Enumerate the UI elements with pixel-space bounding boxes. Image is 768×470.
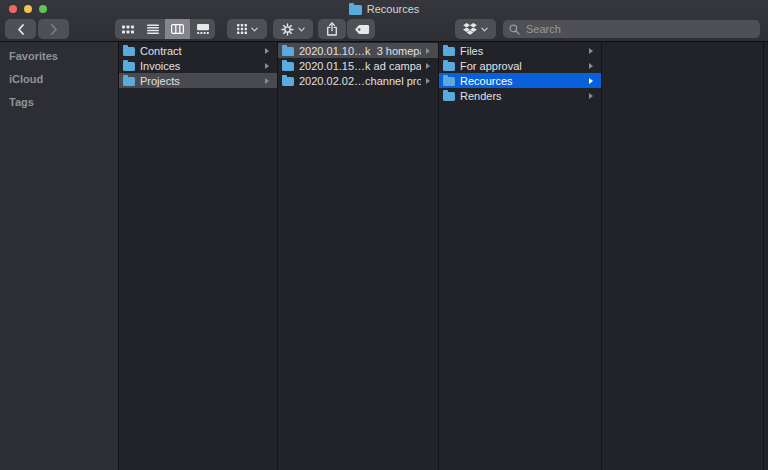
column-4-empty <box>602 42 764 470</box>
share-icon <box>326 22 338 36</box>
item-label: 2020.01.10…k 3 homepage <box>299 45 421 57</box>
view-icons-button[interactable] <box>115 19 140 39</box>
titlebar: Recources <box>0 0 768 42</box>
sidebar-section-tags: Tags <box>0 97 118 108</box>
tag-icon <box>353 24 370 35</box>
item-label: 2020.01.15…k ad campaign <box>299 60 421 72</box>
column-edge-strip <box>764 42 768 470</box>
chevron-down-icon <box>481 27 488 32</box>
view-gallery-button[interactable] <box>190 19 215 39</box>
disclosure-arrow-icon <box>426 48 434 54</box>
dropbox-icon <box>463 23 477 35</box>
item-label: Invoices <box>140 60 260 72</box>
minimize-button[interactable] <box>24 5 32 13</box>
sidebar-section-favorites: Favorites <box>0 51 118 62</box>
disclosure-arrow-icon <box>589 78 597 84</box>
disclosure-arrow-icon <box>589 63 597 69</box>
search-field[interactable] <box>503 20 760 38</box>
dropbox-button[interactable] <box>455 19 496 39</box>
finder-item-2020-01-10[interactable]: 2020.01.10…k 3 homepage <box>278 43 438 58</box>
sidebar: Favorites iCloud Tags <box>0 42 119 470</box>
folder-icon <box>443 77 455 86</box>
column-view-icon <box>171 24 184 34</box>
disclosure-arrow-icon <box>589 93 597 99</box>
chevron-down-icon <box>251 27 258 32</box>
column-browser: Contract Invoices Projects 2020.01.10…k … <box>119 42 768 470</box>
item-label: Projects <box>140 75 260 87</box>
view-switcher <box>115 19 215 39</box>
column-1: Contract Invoices Projects <box>119 42 278 470</box>
folder-icon <box>282 47 294 56</box>
item-label: Recources <box>460 75 584 87</box>
folder-icon <box>443 92 455 101</box>
group-button[interactable] <box>227 19 267 39</box>
item-label: 2020.02.02…channel promo <box>299 75 421 87</box>
finder-item-2020-02-02[interactable]: 2020.02.02…channel promo <box>278 73 438 88</box>
finder-item-files[interactable]: Files <box>439 43 601 58</box>
finder-item-invoices[interactable]: Invoices <box>119 58 277 73</box>
tags-button[interactable] <box>347 19 375 39</box>
item-label: Files <box>460 45 584 57</box>
window-title: Recources <box>367 3 420 15</box>
finder-item-for-approval[interactable]: For approval <box>439 58 601 73</box>
gear-icon <box>281 23 294 36</box>
zoom-button[interactable] <box>39 5 47 13</box>
gallery-view-icon <box>197 24 209 34</box>
search-icon <box>509 24 520 35</box>
folder-icon <box>282 62 294 71</box>
disclosure-arrow-icon <box>265 63 273 69</box>
disclosure-arrow-icon <box>265 78 273 84</box>
chevron-left-icon <box>17 24 25 35</box>
traffic-lights <box>9 5 47 13</box>
finder-item-2020-01-15[interactable]: 2020.01.15…k ad campaign <box>278 58 438 73</box>
folder-icon <box>443 62 455 71</box>
item-label: For approval <box>460 60 584 72</box>
item-label: Renders <box>460 90 584 102</box>
group-grid-icon <box>237 24 247 34</box>
search-input[interactable] <box>524 22 760 36</box>
finder-item-renders[interactable]: Renders <box>439 88 601 103</box>
disclosure-arrow-icon <box>589 48 597 54</box>
chevron-right-icon <box>50 24 58 35</box>
view-list-button[interactable] <box>140 19 165 39</box>
finder-item-projects[interactable]: Projects <box>119 73 277 88</box>
action-button[interactable] <box>273 19 313 39</box>
disclosure-arrow-icon <box>426 78 434 84</box>
folder-icon <box>123 62 135 71</box>
view-columns-button[interactable] <box>165 19 190 39</box>
column-2: 2020.01.10…k 3 homepage 2020.01.15…k ad … <box>278 42 439 470</box>
folder-icon <box>282 77 294 86</box>
close-button[interactable] <box>9 5 17 13</box>
disclosure-arrow-icon <box>426 63 434 69</box>
folder-icon <box>349 5 362 15</box>
column-3: Files For approval Recources Renders <box>439 42 602 470</box>
folder-icon <box>123 47 135 56</box>
toolbar <box>0 19 768 39</box>
back-button[interactable] <box>5 19 36 39</box>
item-label: Contract <box>140 45 260 57</box>
icon-view-icon <box>122 25 134 34</box>
finder-window: Recources <box>0 0 768 470</box>
chevron-down-icon <box>298 27 305 32</box>
list-view-icon <box>147 24 159 34</box>
share-button[interactable] <box>318 19 346 39</box>
disclosure-arrow-icon <box>265 48 273 54</box>
sidebar-section-icloud: iCloud <box>0 74 118 85</box>
finder-item-contract[interactable]: Contract <box>119 43 277 58</box>
forward-button[interactable] <box>38 19 69 39</box>
finder-item-recources[interactable]: Recources <box>439 73 601 88</box>
window-title-area: Recources <box>120 2 648 16</box>
folder-icon <box>123 77 135 86</box>
folder-icon <box>443 47 455 56</box>
